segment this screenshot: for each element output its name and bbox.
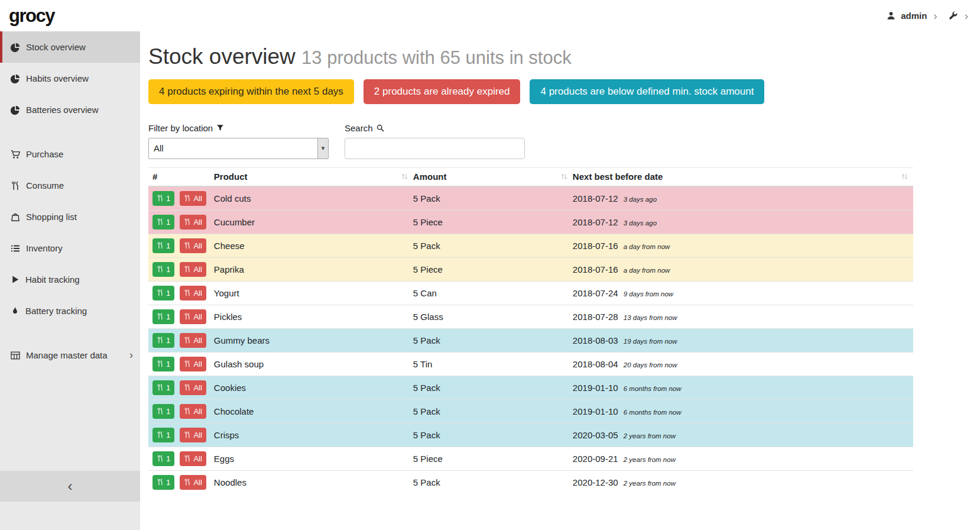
search-input[interactable] (345, 138, 525, 159)
play-icon (11, 275, 20, 284)
wrench-icon[interactable] (949, 11, 958, 21)
amount-value: 5 Pack (413, 383, 440, 393)
amount-value: 5 Piece (413, 454, 443, 464)
consume-one-button[interactable]: 1 (152, 333, 174, 348)
consume-all-button[interactable]: All (180, 333, 206, 348)
sidebar-collapse-button[interactable]: ‹ (0, 471, 140, 502)
best-before-date: 2018-07-16 (573, 264, 618, 274)
consume-one-button[interactable]: 1 (152, 357, 174, 371)
sidebar-item-label: Battery tracking (25, 306, 87, 316)
utensils-icon (184, 384, 191, 391)
consume-one-label: 1 (166, 478, 170, 487)
consume-one-button[interactable]: 1 (152, 262, 174, 277)
consume-one-button[interactable]: 1 (152, 309, 174, 324)
product-name: Yogurt (214, 288, 239, 298)
sidebar-item-consume[interactable]: Consume (0, 170, 140, 201)
sidebar-item-habits-overview[interactable]: Habits overview (0, 63, 140, 94)
amount-value: 5 Pack (413, 193, 440, 203)
consume-one-button[interactable]: 1 (152, 380, 174, 395)
consume-one-button[interactable]: 1 (152, 286, 174, 300)
utensils-icon (157, 408, 164, 415)
amount-cell: 5 Pack (413, 470, 573, 494)
table-row: 1 All Yogurt 5 Can 2018-07-24 9 days fro… (148, 281, 913, 305)
location-filter-select[interactable]: All (148, 138, 329, 159)
consume-all-button[interactable]: All (180, 286, 206, 300)
search-label: Search (345, 123, 525, 133)
chevron-right-icon[interactable]: › (963, 10, 969, 21)
consume-all-button[interactable]: All (180, 475, 206, 490)
consume-one-label: 1 (166, 312, 170, 321)
row-actions-cell: 1 All (148, 234, 214, 257)
row-actions-cell: 1 All (148, 376, 214, 399)
consume-all-button[interactable]: All (180, 357, 206, 371)
utensils-icon (157, 242, 164, 249)
best-before-cell: 2018-08-04 20 days from now (573, 352, 913, 376)
expired-products-badge[interactable]: 2 products are already expired (364, 79, 521, 104)
consume-one-button[interactable]: 1 (152, 191, 174, 206)
consume-all-button[interactable]: All (180, 262, 206, 277)
consume-all-label: All (193, 289, 202, 298)
search-icon (377, 124, 384, 132)
sidebar-item-battery-tracking[interactable]: Battery tracking (0, 295, 140, 327)
table-icon (11, 351, 20, 360)
consume-all-button[interactable]: All (180, 428, 206, 442)
grocy-logo[interactable]: grocy (9, 5, 54, 27)
consume-one-button[interactable]: 1 (152, 215, 174, 230)
amount-cell: 5 Piece (413, 257, 573, 281)
consume-all-label: All (193, 194, 202, 203)
consume-one-button[interactable]: 1 (152, 238, 174, 253)
consume-one-label: 1 (166, 454, 170, 463)
best-before-relative: 9 days from now (624, 290, 673, 298)
sidebar-item-shopping-list[interactable]: Shopping list (0, 201, 140, 232)
expiring-products-badge[interactable]: 4 products expiring within the next 5 da… (148, 79, 354, 104)
amount-value: 5 Can (413, 288, 437, 298)
utensils-icon (184, 289, 191, 296)
table-row: 1 All Paprika 5 Piece 2018-07-16 a day f… (148, 257, 913, 281)
user-icon (887, 11, 895, 20)
consume-all-label: All (193, 360, 202, 369)
utensils-icon (184, 218, 191, 225)
below-min-stock-badge[interactable]: 4 products are below defined min. stock … (530, 79, 764, 104)
location-filter-block: Filter by location All (148, 123, 329, 159)
cart-icon (11, 150, 20, 159)
sidebar-item-batteries-overview[interactable]: Batteries overview (0, 94, 140, 125)
utensils-icon (184, 431, 191, 438)
sidebar-item-purchase[interactable]: Purchase (0, 138, 140, 170)
sidebar-item-habit-tracking[interactable]: Habit tracking (0, 264, 140, 295)
consume-all-button[interactable]: All (180, 309, 206, 324)
product-name: Noodles (214, 477, 246, 487)
consume-all-button[interactable]: All (180, 380, 206, 395)
best-before-date: 2018-07-12 (573, 217, 618, 227)
sort-icon (901, 173, 908, 180)
bag-icon (11, 212, 20, 222)
consume-all-label: All (193, 478, 202, 487)
utensils-icon (157, 266, 164, 273)
sidebar-item-manage-master-data[interactable]: Manage master data › (0, 340, 140, 371)
user-menu[interactable]: admin (901, 11, 927, 21)
column-header-index: # (148, 167, 214, 186)
consume-one-label: 1 (166, 265, 170, 274)
consume-all-button[interactable]: All (180, 191, 206, 206)
consume-all-button[interactable]: All (180, 404, 206, 419)
sidebar-item-stock-overview[interactable]: Stock overview (0, 31, 140, 63)
column-header-amount[interactable]: Amount (413, 167, 573, 186)
consume-one-button[interactable]: 1 (152, 428, 174, 442)
sidebar-item-label: Habit tracking (25, 274, 80, 285)
product-name: Pickles (214, 312, 242, 322)
best-before-date: 2018-08-04 (573, 359, 618, 369)
consume-all-button[interactable]: All (180, 451, 206, 466)
consume-all-button[interactable]: All (180, 215, 206, 230)
column-header-product[interactable]: Product (214, 167, 413, 186)
best-before-relative: 2 years from now (624, 480, 676, 487)
consume-one-label: 1 (166, 336, 170, 345)
consume-one-button[interactable]: 1 (152, 451, 174, 466)
table-row: 1 All Gummy bears 5 Pack 2018-08-03 19 d… (148, 328, 913, 352)
consume-all-button[interactable]: All (180, 238, 206, 253)
best-before-relative: 3 days ago (624, 196, 657, 203)
consume-one-button[interactable]: 1 (152, 404, 174, 419)
chevron-right-icon[interactable]: › (932, 10, 938, 21)
column-header-best-before[interactable]: Next best before date (573, 167, 913, 186)
sidebar-item-inventory[interactable]: Inventory (0, 232, 140, 264)
consume-one-button[interactable]: 1 (152, 475, 174, 490)
table-row: 1 All Cookies 5 Pack 2019-01-10 6 months… (148, 376, 913, 399)
